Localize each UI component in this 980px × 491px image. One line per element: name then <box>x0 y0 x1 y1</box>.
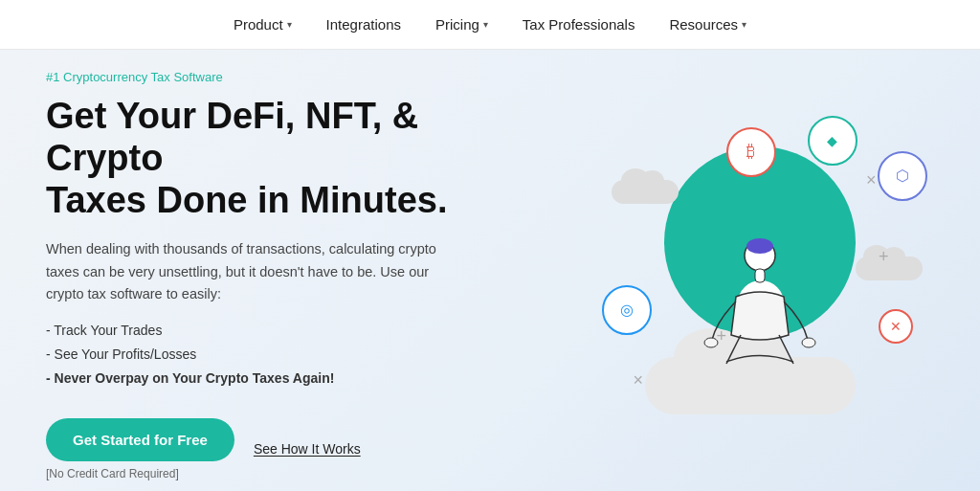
hero-content: #1 Cryptocurrency Tax Software Get Your … <box>0 50 539 491</box>
hero-description: When dealing with thousands of transacti… <box>46 238 448 305</box>
hero-illustration: × + + × ₿ ◆ ⬡ ◎ ≡ ✕ <box>539 50 980 491</box>
ethereum-coin: ⬡ <box>878 151 927 201</box>
cta-row: Get Started for Free [No Credit Card Req… <box>46 418 539 480</box>
svg-rect-4 <box>755 269 765 282</box>
bitcoin-coin: ₿ <box>726 127 776 177</box>
nav-pricing[interactable]: Pricing ▾ <box>435 16 488 33</box>
x-symbol-1: × <box>866 170 877 190</box>
cloud-right <box>856 257 923 280</box>
cloud-top-left <box>612 180 679 204</box>
feature-1: - Track Your Trades <box>46 319 539 343</box>
plus-symbol-1: + <box>879 247 889 267</box>
nav-integrations[interactable]: Integrations <box>326 16 401 33</box>
chevron-down-icon: ▾ <box>287 19 292 30</box>
svg-point-2 <box>704 338 718 347</box>
dash-coin: ◎ <box>602 285 652 335</box>
person-illustration <box>702 234 817 368</box>
binance-coin: ◆ <box>808 116 858 166</box>
chevron-down-icon: ▾ <box>483 19 488 30</box>
hero-section: #1 Cryptocurrency Tax Software Get Your … <box>0 50 980 491</box>
see-how-it-works-button[interactable]: See How It Works <box>254 441 361 457</box>
svg-point-3 <box>802 338 815 347</box>
no-credit-label: [No Credit Card Required] <box>46 467 234 480</box>
nav-tax-professionals[interactable]: Tax Professionals <box>523 16 635 33</box>
nav-resources-label: Resources <box>669 16 738 33</box>
svg-point-1 <box>746 238 773 254</box>
get-started-button[interactable]: Get Started for Free <box>46 418 234 461</box>
navigation: Product ▾ Integrations Pricing ▾ Tax Pro… <box>0 0 980 50</box>
nav-pricing-label: Pricing <box>435 16 479 33</box>
nav-tax-professionals-label: Tax Professionals <box>523 16 635 33</box>
hero-features: - Track Your Trades - See Your Profits/L… <box>46 319 539 391</box>
feature-3: - Never Overpay on Your Crypto Taxes Aga… <box>46 367 539 391</box>
nav-integrations-label: Integrations <box>326 16 401 33</box>
x-coin: ✕ <box>879 309 913 344</box>
hero-subtitle: #1 Cryptocurrency Tax Software <box>46 70 539 84</box>
x-symbol-2: × <box>634 370 644 391</box>
hero-headline: Get Your DeFi, NFT, & Crypto Taxes Done … <box>46 96 539 221</box>
nav-resources[interactable]: Resources ▾ <box>669 16 746 33</box>
feature-2: - See Your Profits/Losses <box>46 343 539 367</box>
illustration-container: × + + × ₿ ◆ ⬡ ◎ ≡ ✕ <box>578 89 942 453</box>
nav-product-label: Product <box>234 16 283 33</box>
nav-product[interactable]: Product ▾ <box>234 16 292 33</box>
chevron-down-icon: ▾ <box>742 19 746 30</box>
